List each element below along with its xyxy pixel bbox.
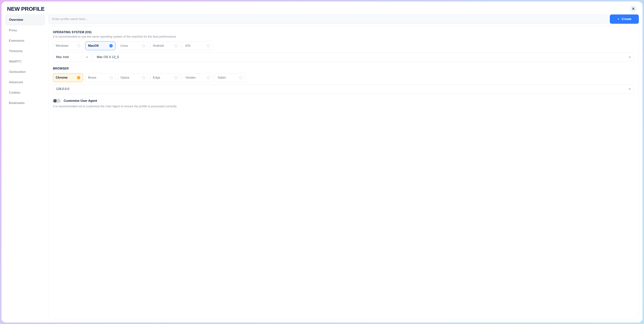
close-button[interactable]: ✕ — [630, 5, 637, 13]
os-options: Windows MacOS Linux Android — [53, 41, 634, 50]
radio-icon — [142, 76, 145, 79]
new-profile-modal: NEW PROFILE ✕ Overview Proxy Extensions … — [2, 2, 642, 322]
sidebar-item-overview[interactable]: Overview — [5, 15, 45, 25]
toggle-knob — [53, 99, 57, 102]
create-button-label: Create — [622, 17, 632, 21]
customize-ua-toggle[interactable] — [53, 99, 61, 103]
radio-icon — [174, 76, 178, 79]
profile-name-input[interactable] — [48, 15, 608, 24]
radio-icon — [207, 44, 210, 47]
modal-header: NEW PROFILE ✕ — [2, 2, 642, 15]
modal-body: Overview Proxy Extensions Timezone WebRT… — [2, 15, 642, 322]
browser-option-edge[interactable]: Edge — [150, 73, 180, 82]
browser-option-chrome[interactable]: Chrome — [53, 73, 83, 82]
check-icon — [109, 44, 113, 48]
close-icon: ✕ — [632, 7, 635, 11]
os-option-android[interactable]: Android — [150, 41, 180, 50]
os-section-hint: It is recommended to use the same operat… — [53, 35, 634, 38]
sidebar: Overview Proxy Extensions Timezone WebRT… — [5, 15, 45, 319]
sidebar-item-advanced[interactable]: Advanced — [5, 77, 45, 87]
settings-panel: OPERATING SYSTEM (OS) It is recommended … — [48, 26, 639, 319]
modal-title: NEW PROFILE — [7, 6, 44, 12]
radio-icon — [110, 76, 113, 79]
content: Create OPERATING SYSTEM (OS) It is recom… — [48, 15, 639, 319]
ua-hint: It is recommended not to customize the U… — [53, 105, 634, 108]
os-option-windows[interactable]: Windows — [53, 41, 83, 50]
sidebar-item-cookies[interactable]: Cookies — [5, 87, 45, 98]
radio-icon — [207, 76, 210, 79]
browser-option-brave[interactable]: Brave — [85, 73, 116, 82]
ua-toggle-label: Customize User Agent — [64, 99, 97, 103]
os-version-select[interactable]: Mac OS X 12_5 — [94, 52, 634, 62]
browser-option-safari[interactable]: Safari — [215, 73, 245, 82]
top-row: Create — [48, 15, 639, 24]
check-icon — [77, 76, 80, 79]
plus-icon — [617, 18, 620, 20]
chevron-down-icon — [628, 56, 631, 58]
browser-section-title: BROWSER — [53, 67, 634, 70]
os-section-title: OPERATING SYSTEM (OS) — [53, 31, 634, 34]
radio-icon — [77, 44, 80, 47]
sidebar-item-bookmarks[interactable]: Bookmarks — [5, 98, 45, 108]
os-option-macos[interactable]: MacOS — [85, 41, 116, 50]
os-selects: Mac Intel Mac OS X 12_5 — [53, 52, 634, 62]
os-option-ios[interactable]: iOS — [182, 41, 213, 50]
sidebar-item-proxy[interactable]: Proxy — [5, 25, 45, 36]
browser-options: Chrome Brave Opera Edge — [53, 73, 634, 82]
sidebar-item-geolocation[interactable]: Geolocation — [5, 67, 45, 77]
radio-icon — [142, 44, 145, 47]
sidebar-item-timezone[interactable]: Timezone — [5, 46, 45, 56]
radio-icon — [239, 76, 242, 79]
chevron-down-icon — [86, 56, 88, 58]
browser-option-yandex[interactable]: Yandex — [182, 73, 213, 82]
sidebar-item-extensions[interactable]: Extensions — [5, 36, 45, 46]
create-button[interactable]: Create — [610, 15, 639, 24]
chevron-down-icon — [628, 88, 631, 90]
os-option-linux[interactable]: Linux — [118, 41, 148, 50]
ua-toggle-row: Customize User Agent — [53, 99, 634, 103]
sidebar-item-webrtc[interactable]: WebRTC — [5, 56, 45, 67]
browser-option-opera[interactable]: Opera — [118, 73, 148, 82]
browser-version-select[interactable]: 128.0.0.0 — [53, 84, 634, 94]
os-arch-select[interactable]: Mac Intel — [53, 52, 92, 62]
radio-icon — [174, 44, 178, 47]
